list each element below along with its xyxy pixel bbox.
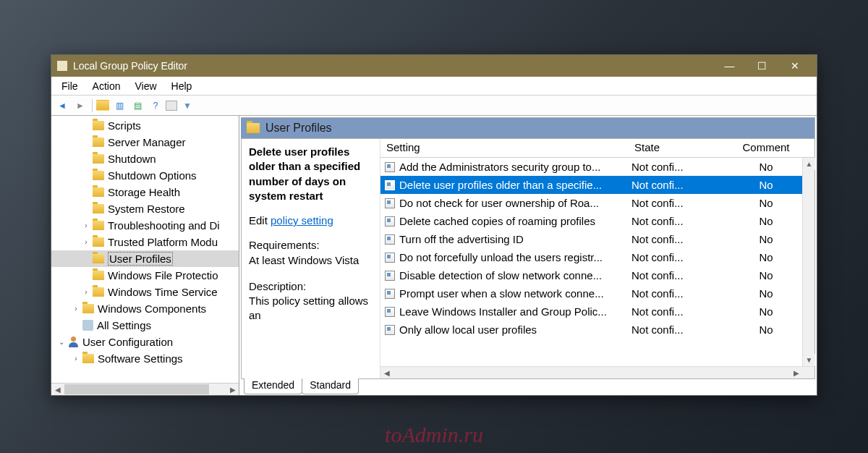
folder-icon xyxy=(93,187,104,197)
table-row[interactable]: Leave Windows Installer and Group Polic.… xyxy=(380,302,814,321)
tree-item[interactable]: ›Software Settings xyxy=(51,350,239,367)
view-tabs: Extended Standard xyxy=(241,379,815,395)
minimize-button[interactable]: — xyxy=(713,56,746,77)
col-comment[interactable]: Comment xyxy=(730,139,802,157)
table-row[interactable]: Delete cached copies of roaming profiles… xyxy=(380,212,814,230)
chevron-right-icon[interactable]: › xyxy=(82,288,90,296)
close-button[interactable]: ✕ xyxy=(778,56,811,77)
table-row[interactable]: Do not forcefully unload the users regis… xyxy=(380,248,814,266)
settings-icon xyxy=(82,320,93,331)
tree-item-label: Server Manager xyxy=(108,136,186,148)
tree-item-label: Software Settings xyxy=(98,352,183,365)
req-value: At least Windows Vista xyxy=(249,253,373,268)
tree-item[interactable]: ⌄User Configuration xyxy=(51,334,239,350)
chevron-down-icon[interactable]: ⌄ xyxy=(57,338,66,346)
tree-item-label: Windows File Protectio xyxy=(108,269,218,281)
desc-label: Description: xyxy=(249,279,373,294)
table-row[interactable]: Disable detection of slow network conne.… xyxy=(380,266,814,284)
back-button[interactable]: ◄ xyxy=(54,98,70,113)
req-label: Requirements: xyxy=(249,238,373,253)
tree-item[interactable]: Shutdown Options xyxy=(51,167,239,184)
setting-state: Not confi... xyxy=(629,287,730,300)
forward-button[interactable]: ► xyxy=(72,98,88,113)
menu-file[interactable]: File xyxy=(54,78,85,94)
tree-item[interactable]: ›Windows Time Service xyxy=(51,284,239,300)
setting-name: Prompt user when a slow network conne... xyxy=(399,287,604,300)
vscrollbar[interactable]: ▲ ▼ xyxy=(802,158,814,366)
setting-state: Not confi... xyxy=(629,161,730,173)
tree[interactable]: ScriptsServer ManagerShutdownShutdown Op… xyxy=(51,116,239,383)
table-row[interactable]: Turn off the advertising IDNot confi...N… xyxy=(380,230,814,248)
desc-value: This policy setting allows an xyxy=(249,294,373,323)
show-hide-button[interactable]: ▥ xyxy=(111,98,127,113)
tree-item[interactable]: ›Troubleshooting and Di xyxy=(51,217,239,234)
help-button[interactable]: ? xyxy=(148,98,163,113)
prop-button[interactable] xyxy=(166,101,177,111)
tree-item[interactable]: User Profiles xyxy=(51,250,239,267)
tree-item[interactable]: Shutdown xyxy=(51,151,239,167)
table-row[interactable]: Delete user profiles older than a specif… xyxy=(380,176,814,194)
toolbar: ◄ ► ▥ ▤ ? ▼ xyxy=(51,96,817,116)
tab-standard[interactable]: Standard xyxy=(302,378,359,394)
setting-comment: No xyxy=(730,251,802,263)
tree-item[interactable]: Server Manager xyxy=(51,134,239,151)
filter-button[interactable]: ▼ xyxy=(179,98,195,113)
setting-state: Not confi... xyxy=(629,251,730,263)
folder-icon xyxy=(93,237,104,247)
content: ScriptsServer ManagerShutdownShutdown Op… xyxy=(51,116,817,395)
policy-setting-link[interactable]: policy setting xyxy=(271,214,333,226)
tree-hscrollbar[interactable]: ◀ ▶ xyxy=(51,383,239,395)
scroll-up-icon[interactable]: ▲ xyxy=(803,158,815,170)
policy-icon xyxy=(385,253,395,263)
table-row[interactable]: Prompt user when a slow network conne...… xyxy=(380,284,814,302)
setting-comment: No xyxy=(730,305,802,318)
menu-help[interactable]: Help xyxy=(164,78,200,94)
setting-state: Not confi... xyxy=(629,179,730,191)
scroll-right-icon[interactable]: ▶ xyxy=(790,367,802,379)
tab-extended[interactable]: Extended xyxy=(244,378,302,394)
right-body: Delete user profiles older than a specif… xyxy=(241,139,815,379)
edit-prefix: Edit xyxy=(249,214,268,226)
policy-icon xyxy=(385,289,395,299)
col-state[interactable]: State xyxy=(629,139,730,157)
tree-item-label: User Configuration xyxy=(82,336,173,348)
settings-pane: ˄ ˅ Setting State Comment Add the Admini… xyxy=(380,139,814,378)
menu-view[interactable]: View xyxy=(127,78,163,94)
tree-item[interactable]: Storage Health xyxy=(51,184,239,200)
folder-icon xyxy=(93,171,104,180)
setting-name: Only allow local user profiles xyxy=(399,323,537,336)
folder-icon xyxy=(93,271,104,280)
export-button[interactable]: ▤ xyxy=(129,98,145,113)
setting-state: Not confi... xyxy=(629,323,730,336)
tree-item[interactable]: All Settings xyxy=(51,317,239,334)
settings-hscrollbar[interactable]: ◀ ▶ xyxy=(380,366,814,378)
tree-item[interactable]: Scripts xyxy=(51,117,239,134)
menu-action[interactable]: Action xyxy=(85,78,128,94)
scroll-left-icon[interactable]: ◀ xyxy=(380,367,393,379)
scroll-left-icon[interactable]: ◀ xyxy=(51,384,64,396)
settings-list[interactable]: Add the Administrators security group to… xyxy=(380,158,814,366)
tree-item[interactable]: ›Trusted Platform Modu xyxy=(51,234,239,250)
column-headers: Setting State Comment xyxy=(380,139,814,158)
tree-item-label: Storage Health xyxy=(108,186,180,198)
tree-item[interactable]: Windows File Protectio xyxy=(51,267,239,284)
scroll-right-icon[interactable]: ▶ xyxy=(226,384,239,396)
table-row[interactable]: Add the Administrators security group to… xyxy=(380,158,814,176)
chevron-right-icon[interactable]: › xyxy=(82,221,90,229)
folder-icon xyxy=(93,154,104,164)
col-setting[interactable]: Setting xyxy=(380,139,629,157)
chevron-right-icon[interactable]: › xyxy=(72,355,80,363)
scroll-down-icon[interactable]: ▼ xyxy=(803,354,815,366)
folder-icon xyxy=(93,121,104,130)
table-row[interactable]: Only allow local user profilesNot confi.… xyxy=(380,321,814,339)
chevron-right-icon[interactable]: › xyxy=(72,305,80,313)
folder-icon xyxy=(93,137,104,147)
maximize-button[interactable]: ☐ xyxy=(746,56,778,77)
chevron-right-icon[interactable]: › xyxy=(82,238,90,246)
tree-item[interactable]: System Restore xyxy=(51,200,239,217)
hscroll-thumb[interactable] xyxy=(64,384,209,394)
table-row[interactable]: Do not check for user ownership of Roa..… xyxy=(380,194,814,212)
up-button[interactable] xyxy=(96,100,109,111)
titlebar[interactable]: Local Group Policy Editor — ☐ ✕ xyxy=(51,55,817,77)
tree-item[interactable]: ›Windows Components xyxy=(51,300,239,317)
